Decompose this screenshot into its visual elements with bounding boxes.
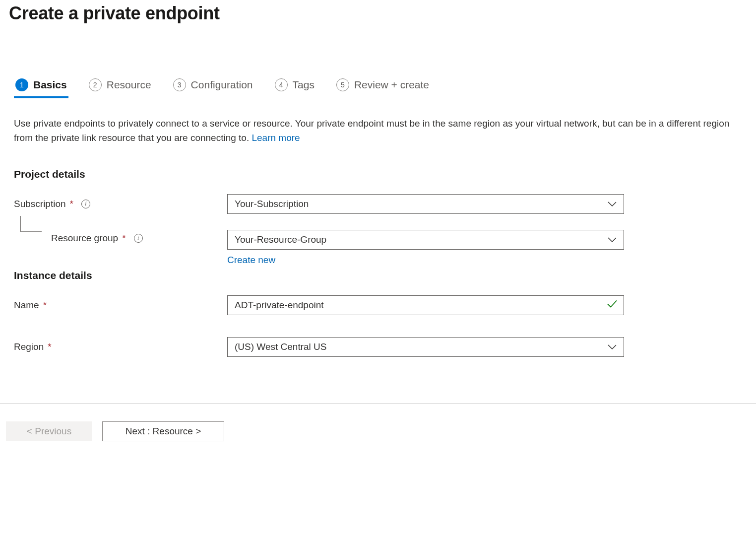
label-text: Subscription [14,199,66,209]
tab-review-create[interactable]: 5 Review + create [336,78,429,98]
subscription-label: Subscription * i [14,199,227,209]
region-label: Region * [14,341,227,352]
tab-step-number-icon: 1 [15,78,28,91]
tab-step-number-icon: 5 [336,78,349,91]
wizard-footer: < Previous Next : Resource > [0,403,756,441]
create-new-resource-group-link[interactable]: Create new [227,255,624,266]
tab-step-number-icon: 3 [173,78,186,91]
check-icon [607,299,618,311]
tab-resource[interactable]: 2 Resource [89,78,151,98]
next-button[interactable]: Next : Resource > [102,421,224,441]
region-value: (US) West Central US [235,341,326,352]
chevron-down-icon [608,237,617,243]
instance-details-heading: Instance details [9,270,742,281]
resource-group-row: Resource group * i Your-Resource-Group C… [9,230,742,266]
learn-more-link[interactable]: Learn more [252,133,300,143]
tab-basics[interactable]: 1 Basics [15,78,67,98]
name-input[interactable] [235,300,604,311]
resource-group-value: Your-Resource-Group [235,234,326,245]
chevron-down-icon [608,344,617,350]
tab-label: Review + create [354,79,429,91]
tab-label: Configuration [191,79,253,91]
name-row: Name * [9,295,742,315]
required-indicator: * [122,233,126,244]
required-indicator: * [70,199,73,209]
chevron-down-icon [608,201,617,207]
wizard-tabs: 1 Basics 2 Resource 3 Configuration 4 Ta… [9,78,742,98]
description-text: Use private endpoints to privately conne… [14,118,729,143]
tab-step-number-icon: 2 [89,78,102,91]
tab-label: Resource [107,79,151,91]
required-indicator: * [43,300,47,311]
page-title: Create a private endpoint [9,3,742,24]
previous-button: < Previous [6,421,92,441]
info-icon[interactable]: i [81,200,90,208]
subscription-select[interactable]: Your-Subscription [227,194,624,214]
info-icon[interactable]: i [134,234,143,243]
tab-description: Use private endpoints to privately conne… [9,116,742,145]
name-label: Name * [14,300,227,311]
resource-group-label: Resource group * i [14,230,227,244]
resource-group-select[interactable]: Your-Resource-Group [227,230,624,250]
project-details-heading: Project details [9,168,742,180]
label-text: Resource group [51,233,118,244]
name-input-wrapper [227,295,624,315]
region-row: Region * (US) West Central US [9,337,742,357]
tab-tags[interactable]: 4 Tags [275,78,315,98]
tab-label: Tags [293,79,315,91]
subscription-value: Your-Subscription [235,199,309,209]
tab-configuration[interactable]: 3 Configuration [173,78,253,98]
region-select[interactable]: (US) West Central US [227,337,624,357]
label-text: Name [14,300,39,311]
required-indicator: * [48,341,51,352]
label-text: Region [14,341,44,352]
tab-step-number-icon: 4 [275,78,288,91]
tab-label: Basics [33,79,67,91]
subscription-row: Subscription * i Your-Subscription [9,194,742,214]
tree-indent-icon [14,216,41,236]
